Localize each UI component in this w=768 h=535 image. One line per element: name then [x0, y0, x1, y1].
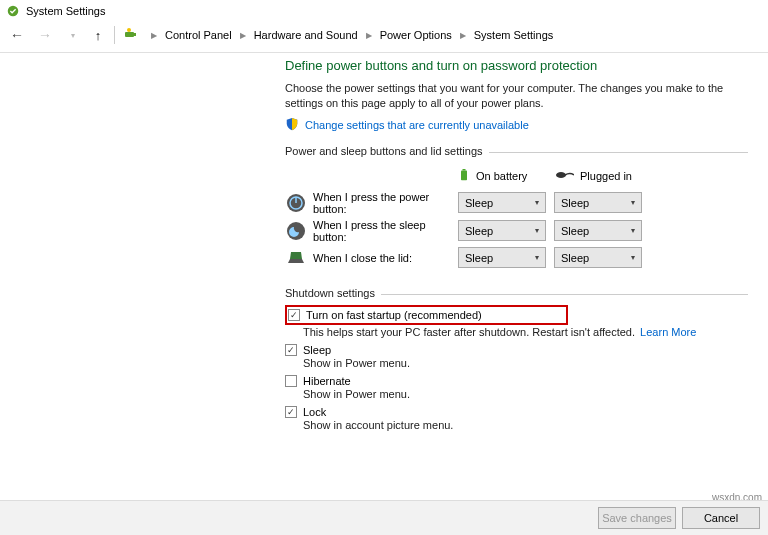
lock-option-sub: Show in account picture menu. — [303, 419, 748, 431]
power-plan-icon — [123, 26, 139, 44]
lock-option-label: Lock — [303, 406, 326, 418]
sleep-button-battery-select[interactable]: Sleep▾ — [458, 220, 546, 241]
change-settings-link[interactable]: Change settings that are currently unava… — [305, 119, 529, 131]
chevron-right-icon: ▶ — [458, 31, 468, 40]
page-description: Choose the power settings that you want … — [285, 81, 748, 111]
chevron-down-icon: ▾ — [535, 198, 539, 207]
svg-point-6 — [556, 172, 566, 178]
lid-battery-select[interactable]: Sleep▾ — [458, 247, 546, 268]
svg-rect-2 — [134, 33, 136, 36]
row-sleep-label: When I press the sleep button: — [313, 219, 458, 243]
power-options-icon — [6, 4, 20, 18]
learn-more-link[interactable]: Learn More — [640, 326, 696, 338]
fast-startup-sub: This helps start your PC faster after sh… — [303, 326, 748, 338]
hibernate-option-sub: Show in Power menu. — [303, 388, 748, 400]
separator — [114, 26, 115, 44]
col-plugged-label: Plugged in — [580, 170, 632, 182]
chevron-down-icon: ▾ — [631, 226, 635, 235]
fast-startup-highlight: ✓ Turn on fast startup (recommended) — [285, 305, 568, 325]
row-lid-label: When I close the lid: — [313, 252, 458, 264]
cancel-button[interactable]: Cancel — [682, 507, 760, 529]
col-battery-label: On battery — [476, 170, 527, 182]
battery-icon — [458, 167, 470, 185]
sleep-checkbox[interactable]: ✓ — [285, 344, 297, 356]
chevron-down-icon: ▾ — [631, 198, 635, 207]
row-sleep-button: When I press the sleep button: Sleep▾ Sl… — [285, 219, 748, 243]
sleep-option-sub: Show in Power menu. — [303, 357, 748, 369]
up-button[interactable]: ↑ — [90, 28, 106, 43]
shield-icon — [285, 117, 299, 133]
crumb-control-panel[interactable]: Control Panel — [163, 27, 234, 43]
lock-checkbox[interactable]: ✓ — [285, 406, 297, 418]
power-button-battery-select[interactable]: Sleep▾ — [458, 192, 546, 213]
svg-point-3 — [127, 28, 131, 32]
crumb-hardware-sound[interactable]: Hardware and Sound — [252, 27, 360, 43]
laptop-lid-icon — [285, 247, 307, 269]
row-power-button: When I press the power button: Sleep▾ Sl… — [285, 191, 748, 215]
fast-startup-checkbox[interactable]: ✓ — [288, 309, 300, 321]
chevron-down-icon: ▾ — [535, 253, 539, 262]
recent-dropdown[interactable]: ▾ — [62, 24, 84, 46]
crumb-system-settings[interactable]: System Settings — [472, 27, 555, 43]
sleep-button-plugged-select[interactable]: Sleep▾ — [554, 220, 642, 241]
lid-plugged-select[interactable]: Sleep▾ — [554, 247, 642, 268]
chevron-down-icon: ▾ — [535, 226, 539, 235]
chevron-right-icon: ▶ — [238, 31, 248, 40]
crumb-power-options[interactable]: Power Options — [378, 27, 454, 43]
power-button-icon — [285, 192, 307, 214]
svg-rect-5 — [463, 169, 466, 171]
hibernate-option-label: Hibernate — [303, 375, 351, 387]
hibernate-checkbox[interactable] — [285, 375, 297, 387]
page-heading: Define power buttons and turn on passwor… — [285, 58, 748, 73]
main-content: Define power buttons and turn on passwor… — [285, 58, 748, 431]
column-plugged-in: Plugged in — [554, 167, 650, 185]
chevron-down-icon: ▾ — [631, 253, 635, 262]
chevron-right-icon: ▶ — [364, 31, 374, 40]
back-button[interactable]: ← — [6, 24, 28, 46]
breadcrumb: ▶ Control Panel ▶ Hardware and Sound ▶ P… — [145, 27, 555, 43]
group-shutdown: Shutdown settings — [285, 287, 748, 299]
fast-startup-label: Turn on fast startup (recommended) — [306, 309, 482, 321]
sleep-button-icon — [285, 220, 307, 242]
chevron-right-icon: ▶ — [149, 31, 159, 40]
footer: Save changes Cancel — [0, 500, 768, 535]
sleep-option-label: Sleep — [303, 344, 331, 356]
nav-bar: ← → ▾ ↑ ▶ Control Panel ▶ Hardware and S… — [0, 22, 768, 53]
window-title: System Settings — [26, 5, 105, 17]
column-on-battery: On battery — [458, 167, 554, 185]
svg-rect-1 — [125, 32, 134, 37]
plug-icon — [554, 170, 574, 182]
power-button-plugged-select[interactable]: Sleep▾ — [554, 192, 642, 213]
svg-rect-4 — [461, 170, 467, 180]
row-close-lid: When I close the lid: Sleep▾ Sleep▾ — [285, 247, 748, 269]
forward-button[interactable]: → — [34, 24, 56, 46]
group-power-sleep: Power and sleep buttons and lid settings — [285, 145, 748, 157]
save-button[interactable]: Save changes — [598, 507, 676, 529]
titlebar: System Settings — [0, 0, 768, 22]
row-power-label: When I press the power button: — [313, 191, 458, 215]
